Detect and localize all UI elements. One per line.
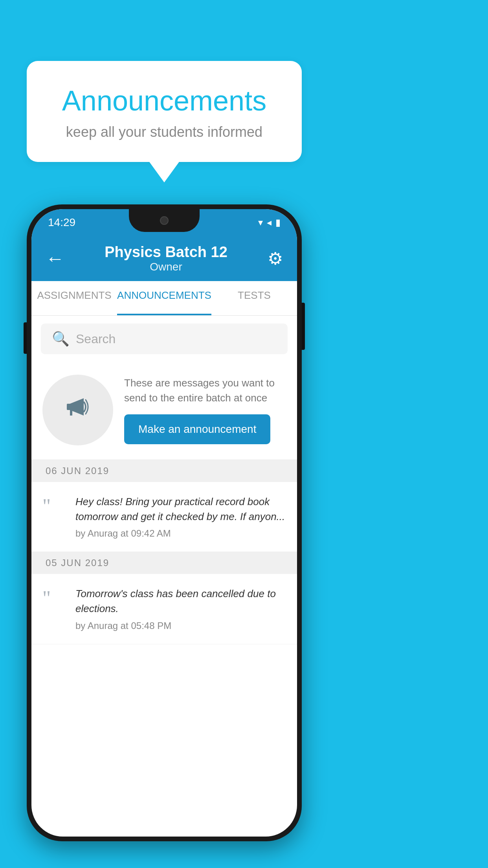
search-bar[interactable]: 🔍 Search xyxy=(41,324,288,354)
announcement-item-2[interactable]: " Tomorrow's class has been cancelled du… xyxy=(31,574,297,644)
volume-button xyxy=(24,322,27,354)
power-button xyxy=(302,303,305,350)
promo-description: These are messages you want to send to t… xyxy=(124,376,286,405)
notch xyxy=(129,209,200,232)
speech-bubble-subtitle: keep all your students informed xyxy=(46,124,282,140)
promo-icon-circle xyxy=(42,375,113,445)
announcement-content-2: Tomorrow's class has been cancelled due … xyxy=(75,587,286,631)
app-bar-title: Physics Batch 12 xyxy=(105,244,227,261)
date-divider-june6: 06 JUN 2019 xyxy=(31,460,297,482)
tabs-bar: ASSIGNMENTS ANNOUNCEMENTS TESTS xyxy=(31,281,297,316)
tab-assignments[interactable]: ASSIGNMENTS xyxy=(31,281,117,315)
announcement-meta-2: by Anurag at 05:48 PM xyxy=(75,620,286,631)
announcement-text-1: Hey class! Bring your practical record b… xyxy=(75,495,286,524)
app-bar: ← Physics Batch 12 Owner ⚙ xyxy=(31,236,297,281)
tab-announcements[interactable]: ANNOUNCEMENTS xyxy=(117,281,211,315)
announcement-content-1: Hey class! Bring your practical record b… xyxy=(75,495,286,539)
wifi-icon: ▾ xyxy=(258,217,263,228)
search-bar-wrap: 🔍 Search xyxy=(31,316,297,360)
date-divider-june5: 05 JUN 2019 xyxy=(31,552,297,574)
back-button[interactable]: ← xyxy=(46,248,64,269)
speech-bubble: Announcements keep all your students inf… xyxy=(27,61,302,162)
app-bar-center: Physics Batch 12 Owner xyxy=(105,244,227,273)
battery-icon: ▮ xyxy=(275,217,281,228)
content-area: 🔍 Search xyxy=(31,316,297,644)
search-placeholder: Search xyxy=(76,332,116,346)
camera-dot xyxy=(160,216,169,225)
app-bar-subtitle: Owner xyxy=(105,261,227,273)
promo-right: These are messages you want to send to t… xyxy=(124,376,286,444)
announcement-text-2: Tomorrow's class has been cancelled due … xyxy=(75,587,286,616)
quote-icon-2: " xyxy=(42,588,66,609)
status-icons: ▾ ◂ ▮ xyxy=(258,217,281,228)
megaphone-icon xyxy=(62,391,94,429)
settings-button[interactable]: ⚙ xyxy=(268,248,283,268)
phone-outer: 14:29 ▾ ◂ ▮ ← Physics Batch 12 Owner ⚙ xyxy=(27,204,302,841)
phone-mockup: 14:29 ▾ ◂ ▮ ← Physics Batch 12 Owner ⚙ xyxy=(27,204,302,841)
status-time: 14:29 xyxy=(48,216,75,229)
tab-tests[interactable]: TESTS xyxy=(211,281,297,315)
announcement-item-1[interactable]: " Hey class! Bring your practical record… xyxy=(31,482,297,552)
phone-screen: 14:29 ▾ ◂ ▮ ← Physics Batch 12 Owner ⚙ xyxy=(31,209,297,837)
svg-rect-0 xyxy=(67,404,71,410)
promo-section: These are messages you want to send to t… xyxy=(31,360,297,460)
speech-bubble-title: Announcements xyxy=(46,85,282,117)
search-icon: 🔍 xyxy=(52,331,70,347)
status-bar: 14:29 ▾ ◂ ▮ xyxy=(31,209,297,236)
quote-icon-1: " xyxy=(42,496,66,517)
make-announcement-button[interactable]: Make an announcement xyxy=(124,414,270,444)
announcement-meta-1: by Anurag at 09:42 AM xyxy=(75,528,286,539)
speech-bubble-container: Announcements keep all your students inf… xyxy=(27,61,302,162)
signal-icon: ◂ xyxy=(267,217,272,228)
